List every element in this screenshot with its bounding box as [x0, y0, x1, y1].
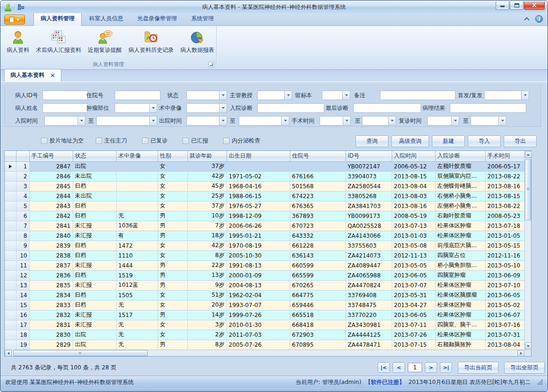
filter-combobox[interactable] — [239, 116, 289, 125]
filter-input[interactable] — [257, 103, 324, 113]
table-row[interactable]: 172831未汇报无女3岁2010-01-30668418ZA343098120… — [5, 320, 524, 330]
filter-combobox[interactable] — [320, 116, 351, 125]
filter-input[interactable] — [42, 103, 88, 113]
scroll-left-button[interactable] — [5, 350, 12, 357]
table-row[interactable]: 122836归档1519男13岁2000-01-09665599ZA406598… — [5, 270, 524, 280]
filter-combobox[interactable] — [186, 91, 227, 100]
ribbon-tab[interactable]: 光盘录像带管理 — [131, 12, 184, 25]
table-row[interactable]: 142834归档1505女51岁1962-02-0466477533769408… — [5, 290, 524, 300]
ribbon-item[interactable]: 近期复诊提醒 — [84, 28, 125, 56]
column-header[interactable]: 入院时间 — [392, 151, 435, 161]
ribbon-tab[interactable]: 系统管理 — [185, 12, 220, 25]
column-header[interactable]: 性别 — [158, 151, 187, 161]
page-number-input[interactable] — [408, 363, 422, 372]
action-button[interactable]: 新建 — [432, 135, 465, 147]
combo-dropdown-button[interactable] — [498, 117, 506, 125]
filter-combobox[interactable] — [362, 116, 396, 125]
prev-page-button[interactable]: < — [393, 362, 405, 373]
combo-dropdown-button[interactable] — [388, 117, 396, 125]
table-row[interactable]: 132835未汇报1012蓝男9岁2004-08-13670265ZA44708… — [5, 280, 524, 290]
scroll-down-button[interactable] — [525, 342, 531, 350]
combo-dropdown-button[interactable] — [284, 91, 292, 100]
export-current-page-button[interactable]: 导出当前页 — [458, 362, 498, 374]
filter-checkbox[interactable]: 内分泌检查 — [223, 137, 260, 145]
table-row[interactable]: 32845归档女45岁1968-04-16501568ZA25805442013… — [5, 181, 524, 191]
combo-dropdown-button[interactable] — [149, 104, 157, 112]
action-button[interactable]: 导出 — [504, 135, 537, 147]
table-row[interactable]: 152833归档无女20岁1993-07-0765944633748475201… — [5, 300, 524, 310]
column-header[interactable] — [16, 151, 29, 161]
filter-input[interactable] — [115, 91, 160, 100]
filter-input[interactable] — [42, 91, 88, 100]
column-header[interactable]: 术中录像 — [116, 151, 158, 161]
filter-combobox[interactable] — [427, 116, 459, 125]
filter-input[interactable] — [450, 103, 526, 113]
filter-checkbox[interactable]: 胶片地址为空 — [41, 137, 84, 145]
export-all-pages-button[interactable]: 导出全部页 — [504, 362, 545, 374]
column-header[interactable]: 手工编号 — [29, 151, 73, 161]
filter-checkbox[interactable]: 主任主刀 — [96, 137, 127, 145]
ribbon-item[interactable]: 病人数据报表 — [177, 28, 218, 56]
action-button[interactable]: 高级查询 — [391, 135, 429, 147]
table-row[interactable]: 192829出院无男8岁2005-07-26670895ZA4478471201… — [5, 340, 524, 350]
combo-dropdown-button[interactable] — [521, 91, 529, 100]
table-row[interactable]: 162832未汇报1517男14岁1999-07-266655183377022… — [5, 310, 524, 320]
scroll-right-button[interactable] — [517, 350, 524, 357]
table-row[interactable]: 82840未汇报有男18岁1995-01-21643332ZA414306620… — [5, 231, 524, 241]
column-header[interactable] — [5, 151, 16, 161]
column-header[interactable]: ID号 — [346, 151, 392, 161]
action-button[interactable]: 查询 — [355, 135, 388, 147]
tab-patient-basic-info[interactable]: 病人基本资料 — [4, 69, 61, 82]
filter-combobox[interactable] — [44, 116, 85, 125]
column-header[interactable]: 手术时间 — [485, 151, 524, 161]
filter-combobox[interactable] — [186, 103, 227, 113]
vertical-scroll-thumb[interactable] — [525, 159, 531, 220]
close-tab-icon[interactable] — [50, 72, 55, 79]
filter-checkbox[interactable]: 已汇报 — [183, 137, 208, 145]
combo-dropdown-button[interactable] — [281, 117, 289, 125]
combo-dropdown-button[interactable] — [219, 117, 227, 125]
filter-combobox[interactable] — [322, 91, 350, 100]
table-row[interactable]: 112837未汇报1444男22岁1991-08-13660599ZA40894… — [5, 260, 524, 270]
close-button[interactable] — [524, 1, 545, 10]
ribbon-item[interactable]: 术后病人汇报资料 — [33, 28, 84, 56]
action-button[interactable]: 导入 — [468, 135, 501, 147]
column-header[interactable]: 状态 — [73, 151, 116, 161]
combo-dropdown-button[interactable] — [219, 104, 227, 112]
filter-combobox[interactable] — [471, 116, 506, 125]
horizontal-scrollbar[interactable] — [5, 350, 524, 356]
table-row[interactable]: 182830出院无女2岁2011-07-03672903ZA4444125201… — [5, 330, 524, 340]
filter-combobox[interactable] — [115, 103, 157, 113]
combo-dropdown-button[interactable] — [77, 117, 85, 125]
application-menu-button[interactable] — [4, 15, 25, 25]
horizontal-scroll-thumb[interactable] — [13, 350, 148, 356]
filter-combobox[interactable] — [484, 91, 529, 100]
first-page-button[interactable]: |< — [378, 362, 390, 373]
filter-combobox[interactable] — [186, 116, 227, 125]
dialog-launcher-icon[interactable] — [209, 62, 214, 67]
table-row[interactable]: 42844未出院女25岁1988-06-15674223338052682013… — [5, 191, 524, 201]
ribbon-item[interactable]: 病人资料 — [3, 28, 33, 56]
next-page-button[interactable]: > — [425, 362, 437, 373]
filter-combobox[interactable] — [96, 116, 157, 125]
column-header[interactable]: 住院号 — [290, 151, 346, 161]
ribbon-tab[interactable]: 病人资料管理 — [34, 12, 82, 26]
filter-input[interactable] — [380, 91, 455, 100]
column-header[interactable]: 就诊年龄 — [187, 151, 227, 161]
ribbon-tab[interactable]: 科室人员信息 — [83, 12, 130, 25]
combo-dropdown-button[interactable] — [219, 91, 227, 100]
ribbon-item[interactable]: 病人资料历史记录 — [125, 28, 177, 56]
table-row[interactable]: 52843归档女37岁1976-05-27676365ZA38417032013… — [5, 201, 524, 211]
info-icon[interactable] — [535, 15, 543, 23]
minimize-button[interactable] — [496, 1, 509, 10]
combo-dropdown-button[interactable] — [342, 91, 350, 100]
filter-combobox[interactable] — [257, 91, 292, 100]
quick-access-grid-icon[interactable] — [18, 4, 25, 11]
maximize-button[interactable] — [510, 1, 523, 10]
table-row[interactable]: 62842归档无男10岁1998-12-09367893YB0099173200… — [5, 211, 524, 221]
scroll-up-button[interactable] — [525, 151, 531, 158]
combo-dropdown-button[interactable] — [451, 117, 459, 125]
last-page-button[interactable]: >| — [440, 362, 452, 373]
combo-dropdown-button[interactable] — [343, 117, 350, 125]
table-row[interactable]: 12847出院女37岁YB00721472006-05-12左额叶胶质瘤2006… — [5, 161, 524, 171]
